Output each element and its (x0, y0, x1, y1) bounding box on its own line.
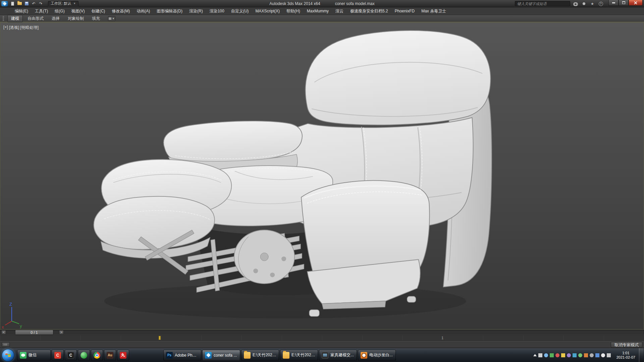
tray-icon[interactable] (555, 353, 559, 357)
3ds-max-icon (205, 352, 212, 359)
folder-icon (244, 352, 251, 359)
taskbar-window-image-viewer[interactable]: 家具建模交... (319, 350, 357, 361)
tray-icon[interactable] (578, 353, 582, 357)
menu-item[interactable]: MAXScript(X) (252, 7, 283, 15)
menu-item[interactable]: 工具(T) (32, 7, 51, 15)
taskbar-window-screenshot-tool[interactable]: 电动沙发白... (358, 350, 396, 361)
menu-item[interactable]: 编辑(E) (11, 7, 32, 15)
menu-item[interactable]: 自定义(U) (228, 7, 252, 15)
tab-modeling[interactable]: 建模 (7, 15, 23, 22)
taskbar-window-folder-2[interactable]: E:\天竹2020... (280, 350, 318, 361)
menu-item[interactable]: 帮助(H) (283, 7, 304, 15)
workspace-label: 工作区: 默认 (51, 1, 71, 6)
taskbar-pinned-dark-c[interactable]: C (65, 350, 77, 361)
tab-freeform[interactable]: 自由形式 (24, 15, 47, 22)
time-slider-track[interactable] (0, 330, 644, 335)
menu-item[interactable]: MaxMummy (304, 7, 332, 15)
search-icon[interactable] (573, 1, 579, 6)
menu-item[interactable]: 创建(C) (88, 7, 109, 15)
cancel-expert-mode-button[interactable]: 取消专家模式 (611, 342, 642, 348)
minimize-button[interactable] (608, 0, 619, 6)
show-hidden-icons-arrow-icon[interactable] (533, 354, 537, 356)
menu-item[interactable]: 视图(V) (68, 7, 88, 15)
taskbar-window-3dsmax[interactable]: coner sofa ... (202, 350, 240, 361)
taskbar-window-label: E:\天竹2020... (253, 352, 276, 358)
maximize-button[interactable] (619, 0, 629, 6)
taskbar-window-photoshop[interactable]: Ps Adobe Phot... (163, 350, 201, 361)
menu-item[interactable]: 极速瘦身安全归档5.2 (347, 7, 391, 15)
save-file-icon[interactable] (24, 1, 30, 6)
menu-bar: 编辑(E) 工具(T) 组(G) 视图(V) 创建(C) 修改器(M) 动画(A… (0, 7, 644, 15)
viewport-shading-label[interactable]: [明暗处理] (20, 25, 39, 31)
menu-item[interactable]: 渲染100 (206, 7, 228, 15)
app-title: Autodesk 3ds Max 2014 x64 (269, 1, 320, 6)
viewport-canvas[interactable]: Z x y (0, 22, 644, 329)
taskbar-pinned-audition[interactable]: Au (104, 350, 116, 361)
tray-icon[interactable] (567, 353, 571, 357)
previous-frame-button[interactable]: < (1, 330, 6, 335)
app-menu-logo-icon[interactable] (1, 1, 8, 6)
search-placeholder: 键入关键字或短语 (517, 1, 547, 6)
volume-icon[interactable] (601, 353, 605, 357)
help-icon[interactable]: ? (598, 1, 604, 6)
network-icon[interactable] (607, 353, 611, 357)
taskbar-pinned-browser[interactable] (78, 350, 90, 361)
tab-object-paint[interactable]: 对象绘制 (64, 15, 87, 22)
tray-icon[interactable] (573, 353, 577, 357)
track-bar[interactable]: 1 (0, 335, 644, 341)
menu-item[interactable]: Max 杀毒卫士 (418, 7, 449, 15)
taskbar-window-folder-1[interactable]: E:\天竹2020... (241, 350, 279, 361)
communication-center-icon[interactable] (581, 1, 587, 6)
axis-y-label: y (20, 323, 22, 328)
ribbon-expand-icon[interactable]: ▼ (108, 16, 115, 21)
mini-listener-icon[interactable] (2, 342, 10, 347)
tray-icon[interactable] (595, 353, 599, 357)
wechat-icon (20, 352, 26, 359)
show-desktop-button[interactable] (639, 348, 643, 362)
new-file-icon[interactable] (10, 1, 15, 6)
menu-item[interactable]: 组(G) (51, 7, 68, 15)
taskbar-window-label: coner sofa ... (214, 353, 237, 358)
viewport-label: [+] [透视] [明暗处理] (3, 25, 39, 31)
taskbar: 微信 C C Au 丸 Ps Adobe Phot... coner sofa … (0, 348, 644, 362)
tray-icon[interactable] (550, 353, 554, 357)
window-controls (608, 0, 643, 6)
menu-item[interactable]: 动画(A) (133, 7, 153, 15)
redo-icon[interactable]: ↷ (38, 1, 44, 6)
viewport[interactable]: [+] [透视] [明暗处理] (0, 22, 644, 329)
menu-item[interactable]: 渲染(R) (186, 7, 206, 15)
taskbar-clock[interactable]: 1:01 2021-02-07 (614, 351, 638, 360)
key-marker[interactable] (159, 336, 161, 340)
taskbar-window-wechat[interactable]: 微信 (17, 350, 51, 361)
close-button[interactable] (629, 0, 643, 6)
menu-item[interactable]: PhoenixFD (391, 7, 418, 15)
tray-icon[interactable] (584, 353, 588, 357)
undo-icon[interactable]: ↶ (31, 1, 37, 6)
tab-selection[interactable]: 选择 (48, 15, 63, 22)
search-input[interactable]: 键入关键字或短语 (515, 1, 570, 6)
tray-icon[interactable] (561, 353, 565, 357)
menu-item[interactable]: 修改器(M) (108, 7, 133, 15)
viewport-view-label[interactable]: [透视] (9, 25, 19, 31)
next-frame-button[interactable]: > (59, 330, 64, 335)
system-tray (531, 353, 613, 357)
menu-item[interactable]: 渲云 (332, 7, 347, 15)
axis-z-label: Z (9, 302, 12, 307)
workspace-selector[interactable]: 工作区: 默认 ▼ (48, 1, 78, 6)
menu-item[interactable]: 图形编辑器(D) (153, 7, 186, 15)
favorites-star-icon[interactable]: ★ (589, 1, 595, 6)
taskbar-pinned-maru[interactable]: 丸 (117, 350, 129, 361)
tray-icon[interactable] (544, 353, 548, 357)
tray-icon[interactable] (590, 353, 594, 357)
chrome-icon (94, 352, 100, 359)
tab-populate[interactable]: 填充 (89, 15, 103, 22)
open-file-icon[interactable] (17, 1, 22, 6)
status-bar: 取消专家模式 (0, 341, 644, 348)
start-button[interactable] (2, 349, 14, 362)
taskbar-pinned-chrome[interactable] (91, 350, 103, 361)
time-slider-handle[interactable]: 0 / 1 (15, 330, 53, 335)
ribbon-grip-icon[interactable] (3, 16, 4, 21)
taskbar-pinned-red-c[interactable]: C (52, 350, 64, 361)
viewport-menu-plus[interactable]: [+] (3, 25, 8, 31)
tray-icon[interactable] (538, 353, 542, 357)
